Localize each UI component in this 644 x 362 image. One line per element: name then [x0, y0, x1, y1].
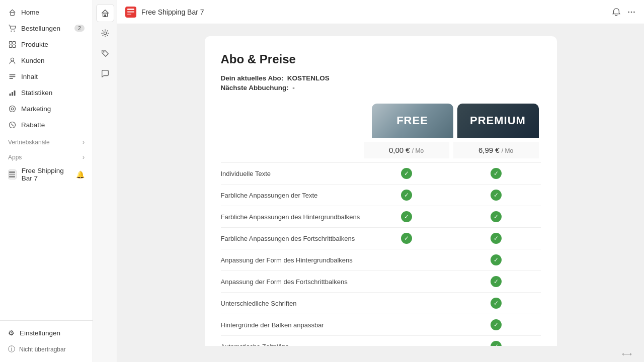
- not-transferable-label: Nicht übertragbar: [19, 346, 66, 353]
- settings-icon: ⚙: [8, 329, 15, 337]
- sidebar-label-inhalt: Inhalt: [21, 73, 38, 80]
- plans-header: FREE PREMIUM: [221, 104, 541, 138]
- feature-row-individuelle-texte: Individuelle Texte ✓ ✓: [221, 163, 541, 185]
- app-logo-icon: [125, 7, 136, 18]
- inhalt-icon: [8, 72, 16, 80]
- info-icon: ⓘ: [8, 345, 15, 354]
- free-cell-individuelle-texte: ✓: [364, 168, 449, 179]
- check-free-farbliche-hintergrund: ✓: [401, 211, 412, 222]
- feature-label-individuelle-texte: Individuelle Texte: [221, 170, 362, 177]
- svg-rect-11: [9, 94, 11, 96]
- current-plan-text: Dein aktuelles Abo: KOSTENLOS: [221, 74, 541, 82]
- sidebar-label-marketing: Marketing: [21, 105, 51, 113]
- marketing-icon: [8, 105, 16, 113]
- next-billing-value: -: [292, 84, 295, 92]
- sidebar-item-inhalt[interactable]: Inhalt: [0, 68, 93, 84]
- sidebar-label-kunden: Kunden: [21, 57, 45, 64]
- sidebar-app-item[interactable]: Free Shipping Bar 7 🔔: [0, 163, 93, 186]
- premium-cell-schriften: ✓: [453, 298, 539, 309]
- vertriebskanaele-section[interactable]: Vertriebskanäle ›: [0, 133, 93, 148]
- strip-home-icon[interactable]: [96, 4, 114, 22]
- settings-item[interactable]: ⚙ Einstellungen: [0, 325, 93, 341]
- svg-rect-26: [127, 14, 131, 15]
- plan-premium-header: PREMIUM: [455, 104, 541, 138]
- svg-rect-8: [9, 74, 15, 75]
- premium-cell-hintergruende: ✓: [453, 319, 539, 330]
- premium-cell-individuelle-texte: ✓: [453, 168, 539, 179]
- top-bar: Free Shipping Bar 7: [117, 0, 644, 24]
- app-bell-icon[interactable]: 🔔: [76, 170, 85, 178]
- svg-rect-21: [104, 15, 106, 17]
- check-premium-farbliche-fortschritt: ✓: [491, 233, 502, 244]
- check-premium-farbliche-hintergrund: ✓: [491, 211, 502, 222]
- feature-label-farbliche-hintergrund: Farbliche Anpassungen des Hintergrundbal…: [221, 213, 362, 221]
- current-plan-label: Dein aktuelles Abo:: [221, 74, 284, 82]
- settings-label: Einstellungen: [20, 329, 60, 337]
- svg-point-29: [633, 11, 635, 13]
- sidebar-label-produkte: Produkte: [21, 41, 48, 48]
- svg-rect-19: [9, 176, 15, 177]
- bottom-bar: ⟷: [117, 346, 644, 362]
- svg-rect-17: [9, 171, 15, 173]
- premium-cell-zeitplaene: ✓: [453, 341, 539, 346]
- feature-label-form-hintergrund: Anpassung der Form des Hintergrundbalken…: [221, 256, 362, 264]
- strip-tag-icon[interactable]: [96, 44, 114, 62]
- feature-rows: Individuelle Texte ✓ ✓ Farbliche Anpassu…: [221, 163, 541, 346]
- topbar-actions: [612, 8, 636, 17]
- premium-cell-form-fortschritt: ✓: [453, 276, 539, 287]
- sidebar-item-marketing[interactable]: Marketing: [0, 101, 93, 117]
- sidebar-item-bestellungen[interactable]: Bestellungen 2: [0, 20, 93, 36]
- premium-period: / Mo: [502, 147, 513, 154]
- feature-row-farbliche-hintergrund: Farbliche Anpassungen des Hintergrundbal…: [221, 206, 541, 228]
- sidebar-item-rabatte[interactable]: Rabatte: [0, 117, 93, 133]
- current-plan-value: KOSTENLOS: [287, 74, 330, 82]
- next-billing-label: Nächste Abbuchung:: [221, 84, 289, 92]
- free-cell-farbliche-fortschritt: ✓: [364, 233, 449, 244]
- price-row: 0,00 € / Mo 6,99 € / Mo: [221, 138, 541, 163]
- app-icon: [8, 169, 17, 179]
- plan-free-header: FREE: [370, 104, 455, 138]
- sidebar-label-rabatte: Rabatte: [21, 121, 45, 129]
- strip-support-icon[interactable]: [96, 64, 114, 82]
- svg-rect-25: [127, 11, 134, 13]
- svg-rect-18: [9, 174, 15, 175]
- sidebar-item-produkte[interactable]: Produkte: [0, 36, 93, 52]
- main-content: Free Shipping Bar 7 Abo & Preise Dein ak…: [117, 0, 644, 362]
- feature-row-zeitplaene: Automatische Zeitpläne ✓: [221, 336, 541, 346]
- svg-rect-0: [10, 12, 14, 15]
- svg-rect-10: [9, 78, 13, 79]
- check-premium-zeitplaene: ✓: [491, 341, 502, 346]
- check-free-individuelle-texte: ✓: [401, 168, 412, 179]
- statistiken-icon: [8, 88, 16, 97]
- app-name: Free Shipping Bar 7: [22, 167, 71, 182]
- premium-price: 6,99 €: [478, 146, 500, 154]
- expand-arrows-icon[interactable]: ⟷: [622, 350, 632, 358]
- svg-rect-5: [9, 45, 12, 47]
- more-options-icon[interactable]: [627, 8, 636, 17]
- sidebar-item-kunden[interactable]: Kunden: [0, 52, 93, 68]
- check-premium-individuelle-texte: ✓: [491, 168, 502, 179]
- apps-section[interactable]: Apps ›: [0, 148, 93, 163]
- bestellungen-icon: [8, 24, 16, 32]
- notification-bell-icon[interactable]: [612, 8, 621, 17]
- svg-rect-6: [13, 45, 15, 47]
- svg-rect-12: [12, 92, 13, 96]
- topbar-title: Free Shipping Bar 7: [141, 8, 204, 16]
- svg-point-22: [104, 32, 106, 34]
- svg-point-1: [11, 30, 12, 31]
- sidebar-label-home: Home: [21, 9, 39, 16]
- premium-cell-farbliche-fortschritt: ✓: [453, 233, 539, 244]
- svg-point-2: [14, 30, 15, 31]
- strip-settings-icon[interactable]: [96, 24, 114, 42]
- apps-label: Apps: [8, 154, 22, 161]
- free-price-cell: 0,00 € / Mo: [364, 142, 449, 158]
- premium-cell-form-hintergrund: ✓: [453, 254, 539, 265]
- sidebar-item-statistiken[interactable]: Statistiken: [0, 84, 93, 101]
- feature-label-form-fortschritt: Anpassung der Form des Fortschrittbalken…: [221, 278, 362, 286]
- sidebar-label-bestellungen: Bestellungen: [21, 25, 60, 32]
- feature-label-zeitplaene: Automatische Zeitpläne: [221, 343, 362, 346]
- check-free-farbliche-fortschritt: ✓: [401, 233, 412, 244]
- rabatte-icon: [8, 121, 16, 129]
- chevron-right-icon: ›: [83, 154, 85, 161]
- sidebar-item-home[interactable]: Home: [0, 4, 93, 20]
